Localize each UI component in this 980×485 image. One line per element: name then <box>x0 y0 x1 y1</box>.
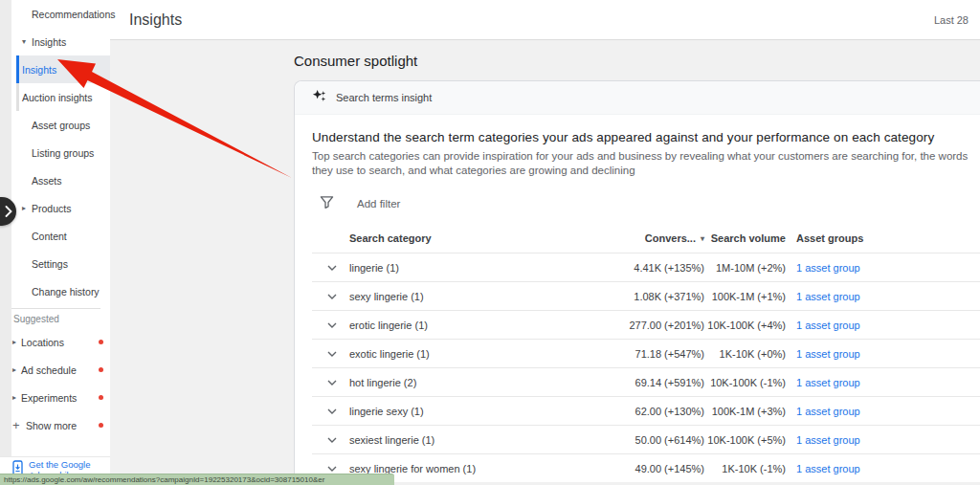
sidebar-item-insights-parent[interactable]: ▾ Insights <box>11 28 110 55</box>
date-range-selector[interactable]: Last 28 <box>934 14 969 26</box>
asset-group-link[interactable]: 1 asset group <box>796 463 860 474</box>
navigation-sidebar: Recommendations ▾ Insights Insights Auct… <box>11 0 110 485</box>
page-title: Insights <box>129 11 182 29</box>
expand-row-button[interactable] <box>326 348 349 360</box>
search-volume-cell: 1K-10K (+0%) <box>704 348 786 360</box>
chevron-down-icon <box>326 262 338 274</box>
conversions-cell: 277.00 (+201%) <box>608 320 704 331</box>
conversions-cell: 50.00 (+614%) <box>608 434 704 446</box>
asset-group-link[interactable]: 1 asset group <box>796 434 860 446</box>
column-header-search-volume[interactable]: Search volume <box>704 232 786 244</box>
column-header-search-category[interactable]: Search category <box>349 232 608 244</box>
column-header-conversions[interactable]: Convers... ▾ <box>608 232 704 244</box>
table-row: exotic lingerie (1) 71.18 (+547%) 1K-10K… <box>312 339 980 367</box>
table-header-row: Search category Convers... ▾ Search volu… <box>312 224 980 253</box>
table-row: hot lingerie (2) 69.14 (+591%) 10K-100K … <box>312 367 980 396</box>
card-badge-label: Search terms insight <box>336 92 432 103</box>
sidebar-item-settings[interactable]: Settings <box>11 250 110 277</box>
table-row: erotic lingerie (1) 277.00 (+201%) 10K-1… <box>312 310 980 339</box>
asset-group-link[interactable]: 1 asset group <box>796 291 860 302</box>
table-row: sexiest lingerie (1) 50.00 (+614%) 10K-1… <box>312 425 980 453</box>
sidebar-item-label: Settings <box>32 258 68 270</box>
expand-row-button[interactable] <box>326 434 349 446</box>
notification-dot <box>99 367 103 372</box>
sidebar-item-label: Assets <box>32 175 62 187</box>
asset-group-link[interactable]: 1 asset group <box>796 377 860 388</box>
expand-row-button[interactable] <box>326 320 349 331</box>
google-ads-app: Recommendations ▾ Insights Insights Auct… <box>0 0 980 485</box>
table-row: sexy lingerie for women (1) 49.00 (+145%… <box>312 453 980 482</box>
search-volume-cell: 100K-1M (+1%) <box>704 291 786 302</box>
search-category-cell: hot lingerie (2) <box>349 377 608 388</box>
expand-row-button[interactable] <box>326 406 349 417</box>
chevron-right-icon: ▸ <box>12 338 21 346</box>
chevron-down-icon <box>326 406 338 417</box>
conversions-cell: 69.14 (+591%) <box>608 377 704 388</box>
column-header-asset-groups[interactable]: Asset groups <box>786 232 980 244</box>
filter-funnel-icon[interactable] <box>320 195 334 213</box>
conversions-cell: 1.08K (+371%) <box>608 291 704 302</box>
chevron-right-icon: ▸ <box>12 365 21 374</box>
filter-bar: Add filter <box>312 191 980 216</box>
sidebar-item-products[interactable]: ▸ Products <box>11 194 110 222</box>
sidebar-item-label: Content <box>32 231 67 242</box>
sidebar-item-assets[interactable]: Assets <box>11 166 110 194</box>
sidebar-item-label: Locations <box>21 337 64 348</box>
search-volume-cell: 10K-100K (+4%) <box>704 320 786 331</box>
table-row: sexy lingerie (1) 1.08K (+371%) 100K-1M … <box>312 281 980 310</box>
content-area: Consumer spotlight Search terms insight … <box>110 40 980 482</box>
show-more-button[interactable]: + Show more <box>11 411 110 439</box>
section-title: Consumer spotlight <box>294 53 980 69</box>
sidebar-item-label: Change history <box>32 286 100 298</box>
conversions-cell: 71.18 (+547%) <box>608 348 704 360</box>
sidebar-item-label: Asset groups <box>32 120 90 131</box>
card-description: Top search categories can provide inspir… <box>312 149 980 178</box>
asset-group-link[interactable]: 1 asset group <box>796 262 860 274</box>
page-header: Insights Last 28 <box>110 0 980 40</box>
conversions-cell: 4.41K (+135%) <box>608 262 704 274</box>
sidebar-item-locations[interactable]: ▸ Locations <box>11 328 110 356</box>
chevron-down-icon <box>326 320 338 331</box>
asset-group-link[interactable]: 1 asset group <box>796 320 860 331</box>
search-volume-cell: 10K-100K (-1%) <box>704 377 786 388</box>
sidebar-item-ad-schedule[interactable]: ▸ Ad schedule <box>11 356 110 384</box>
card-body: Understand the search term categories yo… <box>295 115 980 482</box>
search-volume-cell: 1K-10K (-1%) <box>704 463 786 474</box>
chevron-right-icon <box>5 206 12 217</box>
asset-group-link[interactable]: 1 asset group <box>796 406 860 417</box>
notification-dot <box>99 395 103 400</box>
suggested-section-label: Suggested <box>11 309 110 328</box>
chevron-down-icon <box>326 377 338 388</box>
sidebar-item-insights[interactable]: Insights <box>16 55 110 83</box>
expand-row-button[interactable] <box>326 377 349 388</box>
sidebar-item-listing-groups[interactable]: Listing groups <box>11 139 110 166</box>
chevron-right-icon: ▸ <box>12 393 21 402</box>
chevron-right-icon: ▸ <box>22 204 32 212</box>
add-filter-button[interactable]: Add filter <box>357 198 400 209</box>
chevron-down-icon <box>326 434 338 446</box>
search-volume-cell: 10K-100K (+5%) <box>704 434 786 446</box>
conversions-cell: 49.00 (+145%) <box>608 463 704 474</box>
asset-group-link[interactable]: 1 asset group <box>796 348 860 360</box>
expand-row-button[interactable] <box>326 262 349 274</box>
table-row: lingerie (1) 4.41K (+135%) 1M-10M (+2%) … <box>312 253 980 281</box>
search-category-cell: lingerie (1) <box>349 262 608 274</box>
card-header: Search terms insight <box>295 81 980 115</box>
left-rail <box>0 0 11 459</box>
sidebar-item-asset-groups[interactable]: Asset groups <box>11 111 110 139</box>
sidebar-item-label: Experiments <box>21 392 77 404</box>
conversions-cell: 62.00 (+130%) <box>608 406 704 417</box>
expand-row-button[interactable] <box>326 463 349 474</box>
sidebar-item-experiments[interactable]: ▸ Experiments <box>11 384 110 411</box>
notification-dot <box>99 423 103 428</box>
search-volume-cell: 100K-1M (+3%) <box>704 406 786 417</box>
sidebar-item-auction-insights[interactable]: Auction insights <box>16 83 110 111</box>
table-row: lingerie sexy (1) 62.00 (+130%) 100K-1M … <box>312 396 980 425</box>
sidebar-item-change-history[interactable]: Change history <box>11 277 110 305</box>
sidebar-item-recommendations[interactable]: Recommendations <box>11 0 110 28</box>
expand-row-button[interactable] <box>326 291 349 302</box>
chevron-down-icon <box>326 348 338 360</box>
plus-icon: + <box>12 418 26 432</box>
sidebar-item-label: Ad schedule <box>21 364 77 376</box>
sidebar-item-content[interactable]: Content <box>11 222 110 250</box>
